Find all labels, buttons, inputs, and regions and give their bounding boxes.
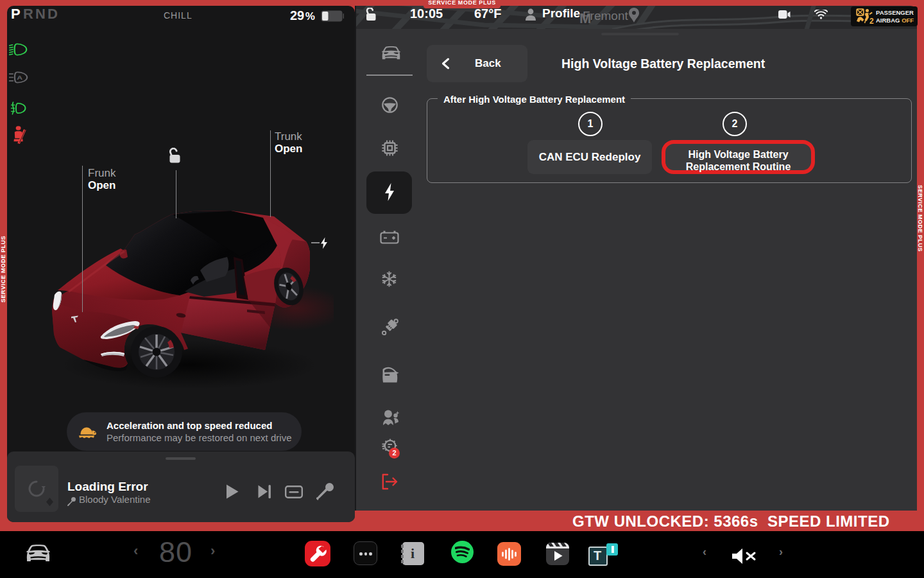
svg-text:2: 2 [869, 17, 874, 25]
svg-text:A: A [17, 74, 22, 81]
